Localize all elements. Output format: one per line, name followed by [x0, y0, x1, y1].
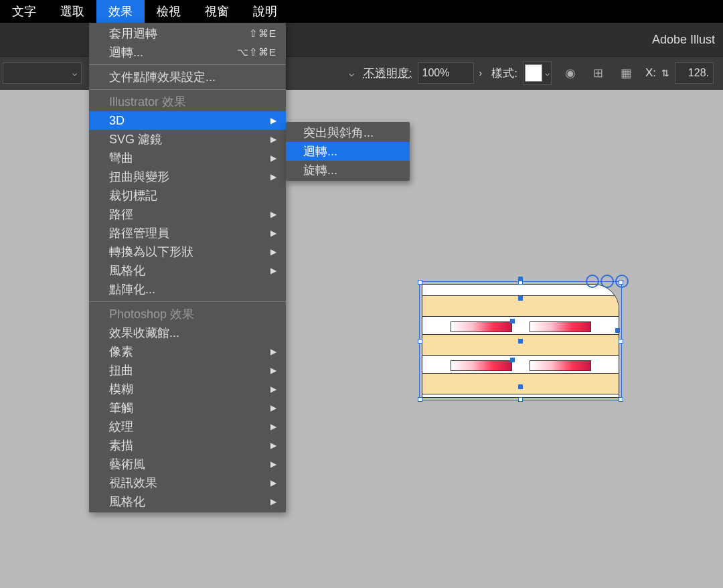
menu-section-label: Photoshop 效果 — [109, 307, 194, 321]
menu-item-label: 突出與斜角... — [303, 125, 374, 140]
gradient-rect — [451, 321, 512, 332]
stripe — [422, 334, 619, 356]
menu-item[interactable]: 筆觸▶ — [89, 398, 286, 417]
menu-help[interactable]: 說明 — [241, 0, 289, 23]
menu-item-label: 素描 — [109, 438, 133, 453]
illustrator-effects-header: Illustrator 效果 — [89, 92, 286, 111]
menu-item-label: 套用迴轉 — [109, 26, 157, 41]
menu-window[interactable]: 視窗 — [193, 0, 241, 23]
anchor-point[interactable] — [615, 328, 620, 333]
shortcut-label: ⇧⌘E — [249, 26, 276, 41]
gradient-rect — [530, 321, 591, 332]
menu-item[interactable]: SVG 濾鏡▶ — [89, 130, 286, 149]
menu-item[interactable]: 扭曲▶ — [89, 361, 286, 380]
menu-item-label: 像素 — [109, 344, 133, 359]
submenu-arrow-icon: ▶ — [270, 419, 276, 434]
menu-item[interactable]: 紋理▶ — [89, 417, 286, 436]
menu-item-label: 風格化 — [109, 263, 145, 278]
selection-handle[interactable] — [418, 397, 422, 402]
appearance-icon[interactable]: ◉ — [561, 64, 580, 82]
style-combo[interactable]: ⌵ — [523, 61, 552, 85]
submenu-arrow-icon: ▶ — [270, 244, 276, 259]
x-value: 128. — [688, 67, 709, 79]
chevron-down-icon: ⌵ — [545, 68, 550, 78]
submenu-arrow-icon: ▶ — [270, 113, 276, 128]
menu-item-label: 視訊效果 — [109, 475, 157, 490]
menu-item[interactable]: 點陣化... — [89, 280, 286, 299]
menu-item-label: 迴轉... — [109, 45, 143, 60]
document-raster-settings[interactable]: 文件點陣效果設定... — [89, 68, 286, 86]
effects-menu: 套用迴轉 ⇧⌘E 迴轉... ⌥⇧⌘E 文件點陣效果設定... Illustra… — [89, 23, 286, 512]
selection-handle[interactable] — [619, 397, 623, 402]
selection-type-combo[interactable]: ⌵ — [3, 62, 82, 84]
submenu-item[interactable]: 旋轉... — [286, 161, 410, 179]
selection-handle[interactable] — [418, 280, 422, 285]
menu-view[interactable]: 檢視 — [145, 0, 193, 23]
opacity-input[interactable]: 100% — [418, 62, 474, 84]
selection-handle[interactable] — [518, 397, 523, 402]
menu-item[interactable]: 彎曲▶ — [89, 149, 286, 167]
menu-item[interactable]: 藝術風▶ — [89, 455, 286, 473]
anchor-point[interactable] — [518, 296, 523, 301]
menu-item-label: 轉換為以下形狀 — [109, 244, 193, 259]
menu-item[interactable]: 素描▶ — [89, 436, 286, 455]
submenu-item[interactable]: 突出與斜角... — [286, 123, 410, 142]
x-input[interactable]: 128. — [675, 62, 714, 84]
transform-icon[interactable]: ▦ — [617, 64, 636, 82]
menu-item[interactable]: 轉換為以下形狀▶ — [89, 242, 286, 261]
anchor-point[interactable] — [510, 319, 515, 323]
menu-item-label: 效果收藏館... — [109, 325, 179, 340]
chevron-down-icon[interactable]: ⌵ — [349, 68, 354, 78]
anchor-point[interactable] — [518, 339, 523, 344]
menu-item[interactable]: 視訊效果▶ — [89, 473, 286, 492]
last-effect[interactable]: 迴轉... ⌥⇧⌘E — [89, 43, 286, 62]
anchor-point[interactable] — [518, 277, 523, 281]
submenu-arrow-icon: ▶ — [270, 344, 276, 359]
menu-item-label: SVG 濾鏡 — [109, 132, 162, 147]
submenu-arrow-icon: ▶ — [270, 457, 276, 471]
selection-handle[interactable] — [619, 339, 623, 344]
menu-item-label: 藝術風 — [109, 457, 145, 471]
menu-item-label: 迴轉... — [303, 144, 337, 159]
stepper-icon[interactable]: ⇅ — [661, 68, 669, 78]
opacity-value: 100% — [422, 67, 450, 79]
menu-item[interactable]: 風格化▶ — [89, 261, 286, 280]
menu-item-label: 路徑 — [109, 207, 133, 222]
menu-item-label: 路徑管理員 — [109, 226, 169, 240]
menu-item-label: 點陣化... — [109, 282, 155, 297]
menu-item-label: 模糊 — [109, 382, 133, 396]
anchor-point[interactable] — [518, 384, 523, 389]
menu-text[interactable]: 文字 — [0, 0, 48, 23]
corner-radius-widget[interactable] — [586, 275, 629, 288]
x-label: X: — [645, 66, 656, 80]
menu-item-label: 扭曲與變形 — [109, 169, 169, 184]
menu-select[interactable]: 選取 — [48, 0, 96, 23]
app-name: Adobe Illust — [652, 33, 715, 47]
menu-item-label: 扭曲 — [109, 363, 133, 378]
anchor-point[interactable] — [510, 358, 515, 362]
chevron-right-icon[interactable]: › — [479, 68, 483, 78]
menu-item[interactable]: 路徑▶ — [89, 205, 286, 224]
submenu-item[interactable]: 迴轉... — [286, 142, 410, 161]
menu-item[interactable]: 路徑管理員▶ — [89, 224, 286, 242]
gradient-rect — [451, 360, 512, 371]
menu-item[interactable]: 扭曲與變形▶ — [89, 167, 286, 186]
menu-item[interactable]: 效果收藏館... — [89, 323, 286, 342]
submenu-arrow-icon: ▶ — [270, 226, 276, 240]
separator — [89, 301, 286, 302]
menu-item-label: 紋理 — [109, 419, 133, 434]
separator — [89, 64, 286, 65]
menu-item[interactable]: 像素▶ — [89, 342, 286, 361]
align-icon[interactable]: ⊞ — [589, 64, 608, 82]
menu-item[interactable]: 風格化▶ — [89, 492, 286, 511]
menu-item[interactable]: 3D▶ — [89, 111, 286, 130]
apply-last-effect[interactable]: 套用迴轉 ⇧⌘E — [89, 24, 286, 43]
selected-artwork[interactable] — [415, 277, 626, 405]
menu-item[interactable]: 裁切標記 — [89, 186, 286, 205]
menu-item-label: 旋轉... — [303, 163, 337, 177]
submenu-arrow-icon: ▶ — [270, 169, 276, 184]
selection-handle[interactable] — [418, 339, 422, 344]
menu-effect[interactable]: 效果 — [96, 0, 145, 23]
submenu-arrow-icon: ▶ — [270, 438, 276, 453]
menu-item[interactable]: 模糊▶ — [89, 380, 286, 398]
